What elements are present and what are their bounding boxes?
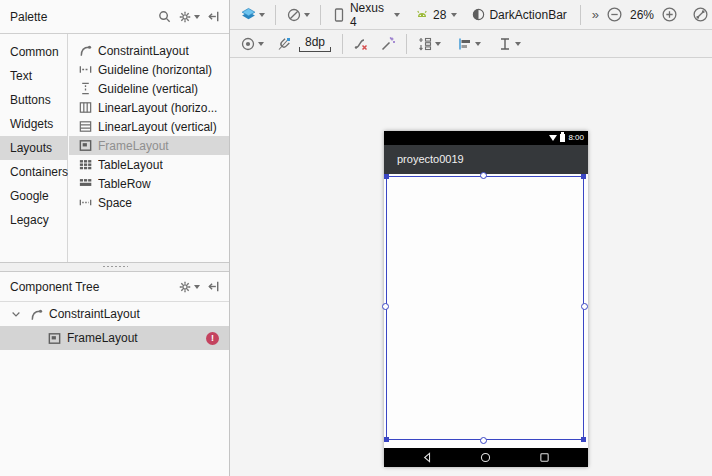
orientation-button[interactable] xyxy=(283,4,313,26)
zoom-to-fit-button[interactable] xyxy=(689,4,712,26)
zoom-out-button[interactable] xyxy=(603,4,626,26)
palette-item-space[interactable]: Space xyxy=(69,193,229,212)
search-icon xyxy=(157,9,172,24)
palette-item-linearlayout-horizontal[interactable]: LinearLayout (horizo... xyxy=(69,98,229,117)
theme-icon xyxy=(471,7,486,22)
zoom-in-icon xyxy=(661,6,678,23)
palette-item-framelayout[interactable]: FrameLayout xyxy=(69,136,229,155)
theme-label: DarkActionBar xyxy=(489,8,566,22)
palette-item-constraintlayout[interactable]: ConstraintLayout xyxy=(69,41,229,60)
tree-node-label: ConstraintLayout xyxy=(49,307,140,321)
device-selector[interactable]: Nexus 4 xyxy=(328,4,403,26)
toolbar-separator xyxy=(406,34,407,54)
guideline-vertical-icon xyxy=(77,81,93,97)
guideline-horizontal-icon xyxy=(77,62,93,78)
tablelayout-icon xyxy=(77,157,93,173)
palette-hide-button[interactable] xyxy=(203,7,224,27)
anchor-top[interactable] xyxy=(480,172,487,179)
clear-constraints-icon xyxy=(353,36,369,52)
device-label: Nexus 4 xyxy=(350,1,389,29)
back-icon xyxy=(421,451,434,464)
linearlayout-horizontal-icon xyxy=(77,100,93,116)
selection-handle-top-right[interactable] xyxy=(581,174,586,179)
design-surface-button[interactable] xyxy=(237,4,268,26)
zoom-out-icon xyxy=(606,6,623,23)
theme-selector[interactable]: DarkActionBar xyxy=(468,4,572,26)
anchor-bottom[interactable] xyxy=(480,437,487,444)
guidelines-button[interactable] xyxy=(494,33,524,55)
framelayout-selection[interactable] xyxy=(386,176,584,440)
palette-items: ConstraintLayout Guideline (horizontal) … xyxy=(69,34,229,262)
view-options-button[interactable] xyxy=(237,33,267,55)
constraintlayout-icon xyxy=(77,43,93,59)
magic-wand-icon xyxy=(380,36,396,52)
palette-category-text[interactable]: Text xyxy=(0,64,67,88)
palette-category-layouts[interactable]: Layouts xyxy=(0,136,67,160)
left-panel: Palette Common Text xyxy=(0,0,229,476)
toolbar-separator xyxy=(580,5,581,25)
palette-item-tablelayout[interactable]: TableLayout xyxy=(69,155,229,174)
design-toolbar-constraints: 8dp xyxy=(230,30,712,58)
linearlayout-vertical-icon xyxy=(77,119,93,135)
palette-item-label: Space xyxy=(98,196,132,210)
pack-button[interactable] xyxy=(414,33,444,55)
preview-content-area[interactable] xyxy=(384,174,588,448)
home-icon xyxy=(479,451,492,464)
device-preview[interactable]: 8:00 proyecto0019 xyxy=(384,131,588,467)
tree-node-label: FrameLayout xyxy=(67,331,138,345)
selection-handle-bottom-right[interactable] xyxy=(581,437,586,442)
toolbar-separator xyxy=(275,5,276,25)
design-toolbar-main: Nexus 4 28 DarkActionBar » 26% xyxy=(230,0,712,30)
component-tree-hide-button[interactable] xyxy=(203,277,224,297)
palette-item-guideline-horizontal[interactable]: Guideline (horizontal) xyxy=(69,60,229,79)
palette-item-guideline-vertical[interactable]: Guideline (vertical) xyxy=(69,79,229,98)
component-tree-header: Component Tree xyxy=(0,272,229,302)
framelayout-icon xyxy=(46,330,62,346)
space-icon xyxy=(77,195,93,211)
selection-handle-top-left[interactable] xyxy=(384,174,389,179)
anchor-right[interactable] xyxy=(581,303,588,310)
splitter-grip-icon xyxy=(102,265,128,269)
chevron-down-icon xyxy=(194,285,200,292)
zoom-in-button[interactable] xyxy=(658,4,681,26)
panel-splitter[interactable] xyxy=(0,262,229,272)
preview-nav-bar xyxy=(384,448,588,467)
component-tree: ConstraintLayout FrameLayout ! xyxy=(0,302,229,350)
palette-category-legacy[interactable]: Legacy xyxy=(0,208,67,232)
framelayout-icon xyxy=(77,138,93,154)
component-tree-settings-button[interactable] xyxy=(175,277,203,297)
autoconnect-toggle[interactable] xyxy=(273,33,295,55)
palette-settings-button[interactable] xyxy=(175,7,203,27)
tree-node-framelayout[interactable]: FrameLayout ! xyxy=(0,326,229,350)
chevron-down-icon xyxy=(259,13,265,20)
palette-category-buttons[interactable]: Buttons xyxy=(0,88,67,112)
overflow-chevrons-button[interactable]: » xyxy=(592,7,599,22)
palette-title: Palette xyxy=(0,10,47,24)
expand-chevron-icon[interactable] xyxy=(8,306,24,322)
palette-category-containers[interactable]: Containers xyxy=(0,160,67,184)
default-margin-value: 8dp xyxy=(305,35,325,49)
chevron-down-icon xyxy=(394,13,400,20)
palette-category-widgets[interactable]: Widgets xyxy=(0,112,67,136)
default-margin-selector[interactable]: 8dp xyxy=(299,35,331,52)
palette-category-google[interactable]: Google xyxy=(0,184,67,208)
gear-icon xyxy=(178,10,192,24)
palette-search-button[interactable] xyxy=(154,7,175,27)
api-level-selector[interactable]: 28 xyxy=(411,4,460,26)
align-button[interactable] xyxy=(454,33,484,55)
palette-item-tablerow[interactable]: TableRow xyxy=(69,174,229,193)
orientation-icon xyxy=(286,7,302,23)
infer-constraints-button[interactable] xyxy=(377,33,399,55)
clear-constraints-button[interactable] xyxy=(350,33,372,55)
anchor-left[interactable] xyxy=(382,303,389,310)
palette-item-linearlayout-vertical[interactable]: LinearLayout (vertical) xyxy=(69,117,229,136)
tree-node-constraintlayout[interactable]: ConstraintLayout xyxy=(0,302,229,326)
preview-status-bar: 8:00 xyxy=(384,131,588,145)
eye-icon xyxy=(240,36,256,52)
palette-category-common[interactable]: Common xyxy=(0,40,67,64)
android-icon xyxy=(414,7,430,23)
selection-handle-bottom-left[interactable] xyxy=(384,437,389,442)
pack-icon xyxy=(417,36,433,52)
chevron-down-icon xyxy=(258,42,264,49)
toolbar-separator xyxy=(342,34,343,54)
